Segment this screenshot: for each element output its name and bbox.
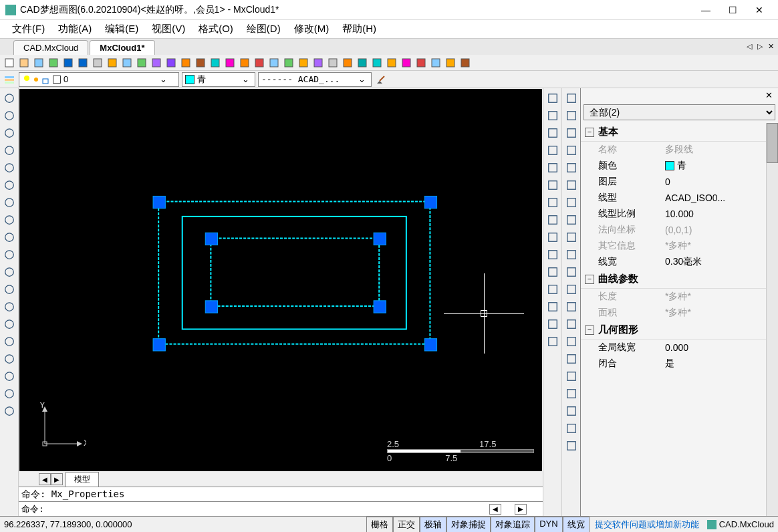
text2-icon[interactable] (564, 386, 579, 401)
spline-icon[interactable] (2, 247, 17, 262)
layer-manager-icon[interactable] (3, 73, 16, 86)
ray-icon[interactable] (2, 108, 17, 123)
collapse-icon[interactable]: − (585, 325, 594, 335)
linetype-combo[interactable]: ------ ACAD_... ⌄ (258, 72, 372, 87)
mode-toggle[interactable]: DYN (535, 517, 562, 533)
menu-6[interactable]: 修改(M) (287, 20, 336, 38)
copy-icon[interactable] (545, 91, 560, 106)
mtext-icon[interactable] (2, 352, 17, 366)
polygon-icon[interactable] (2, 143, 17, 158)
chevron-down-icon[interactable]: ⌄ (356, 74, 368, 84)
prop-value[interactable]: 0 (665, 176, 774, 188)
align-icon[interactable] (564, 195, 579, 210)
toolbar-button-26[interactable] (385, 56, 398, 70)
chamfer-icon[interactable] (545, 299, 560, 314)
aa-icon[interactable] (564, 421, 579, 436)
toolbar-button-24[interactable] (356, 56, 369, 70)
toolbar-button-25[interactable] (370, 56, 384, 70)
prop-value[interactable]: 10.000 (665, 208, 774, 220)
prop-row[interactable]: 线型比例10.000 (581, 206, 778, 222)
prop-value[interactable]: ACAD_ISO0... (665, 192, 774, 204)
toolbar-button-31[interactable] (459, 56, 472, 70)
toolbar-button-9[interactable] (135, 56, 148, 70)
curve-icon[interactable] (564, 265, 579, 279)
drawing-canvas[interactable]: Y X 2.517.5 07.5 (19, 89, 542, 471)
perp-icon[interactable] (564, 247, 579, 262)
selection-filter-combo[interactable]: 全部(2) (584, 104, 775, 120)
plus-icon[interactable] (564, 126, 579, 140)
menu-7[interactable]: 帮助(H) (336, 20, 383, 38)
panel-close-icon[interactable]: ✕ (763, 90, 775, 100)
toolbar-button-0[interactable] (3, 56, 16, 70)
document-tab-0[interactable]: CAD.MxCloud (13, 40, 88, 55)
prop-row[interactable]: 线型ACAD_ISO0... (581, 190, 778, 206)
circle-icon[interactable] (2, 213, 17, 227)
hexagon-icon[interactable] (2, 160, 17, 175)
collapse-icon[interactable]: − (585, 128, 594, 137)
feedback-link[interactable]: 提交软件问题或增加新功能 (595, 519, 699, 531)
brush-icon[interactable] (374, 73, 388, 86)
toolbar-button-10[interactable] (150, 56, 163, 70)
dim-icon[interactable] (2, 404, 17, 418)
pline-icon[interactable] (2, 126, 17, 140)
collapse-icon[interactable]: − (585, 275, 594, 284)
prop-row[interactable]: 线宽0.30毫米 (581, 254, 778, 270)
mode-toggle[interactable]: 线宽 (563, 517, 590, 533)
menu-3[interactable]: 视图(V) (145, 20, 192, 38)
color-combo[interactable]: 青 ⌄ (182, 72, 255, 87)
measure-icon[interactable] (564, 160, 579, 175)
toolbar-button-30[interactable] (444, 56, 457, 70)
toolbar-button-2[interactable] (32, 56, 45, 70)
arc-icon[interactable] (2, 195, 17, 210)
a-icon[interactable] (564, 404, 579, 418)
earc-icon[interactable] (2, 282, 17, 297)
prop-value[interactable]: 0.30毫米 (665, 256, 774, 268)
prop-value[interactable]: 青 (665, 160, 774, 172)
prop-section[interactable]: −曲线参数 (581, 270, 778, 289)
toolbar-button-7[interactable] (106, 56, 119, 70)
toolbar-button-15[interactable] (223, 56, 237, 70)
toolbar-button-14[interactable] (209, 56, 222, 70)
dimdia-icon[interactable] (564, 334, 579, 349)
toolbar-button-4[interactable] (61, 56, 75, 70)
document-tab-1[interactable]: MxCloud1* (90, 40, 154, 55)
mode-toggle[interactable]: 对象追踪 (491, 517, 535, 533)
prop-row[interactable]: 闭合是 (581, 356, 778, 372)
toolbar-button-12[interactable] (179, 56, 192, 70)
select-icon[interactable] (564, 91, 579, 106)
toolbar-button-13[interactable] (194, 56, 207, 70)
explode-icon[interactable] (545, 334, 560, 349)
toolbar-button-18[interactable] (267, 56, 281, 70)
chevron-down-icon[interactable]: ⌄ (239, 74, 252, 84)
dimang-icon[interactable] (564, 299, 579, 314)
stretch-icon[interactable] (545, 213, 560, 227)
mode-toggle[interactable]: 对象捕捉 (446, 517, 491, 533)
text-icon[interactable] (2, 334, 17, 349)
command-input[interactable] (44, 504, 489, 514)
toolbar-button-29[interactable] (429, 56, 442, 70)
chevron-down-icon[interactable]: ⌄ (157, 74, 170, 84)
toolbar-button-28[interactable] (414, 56, 428, 70)
layer-name-field[interactable] (63, 74, 157, 84)
scrollbar[interactable] (766, 123, 778, 516)
maximize-button[interactable]: ☐ (719, 1, 746, 19)
dimlin-icon[interactable] (564, 282, 579, 297)
tab-scroll-right[interactable]: ▶ (51, 473, 63, 485)
tab-next-icon[interactable]: ▷ (755, 41, 765, 51)
mode-toggle[interactable]: 极轴 (420, 517, 446, 533)
grid-icon[interactable] (564, 178, 579, 192)
trim-icon[interactable] (545, 230, 560, 245)
layer-combo[interactable]: ⌄ (19, 72, 179, 87)
gear-icon[interactable] (564, 438, 579, 453)
toolbar-button-21[interactable] (311, 56, 325, 70)
minimize-button[interactable]: — (692, 1, 719, 19)
menu-1[interactable]: 功能(A) (51, 20, 98, 38)
model-tab[interactable]: 模型 (66, 472, 99, 487)
toolbar-button-22[interactable] (326, 56, 340, 70)
scale-icon[interactable] (545, 195, 560, 210)
toolbar-button-27[interactable] (400, 56, 413, 70)
close-button[interactable]: ✕ (746, 1, 773, 19)
table-icon[interactable] (2, 369, 17, 384)
target-icon[interactable] (564, 143, 579, 158)
leader-icon[interactable] (564, 352, 579, 366)
